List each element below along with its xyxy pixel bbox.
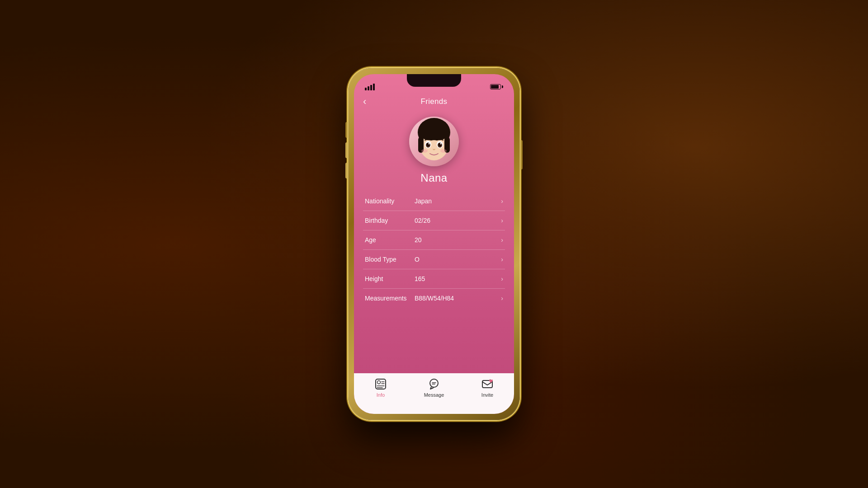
avatar <box>409 117 459 166</box>
blood-type-value: O <box>415 256 501 263</box>
chevron-icon: › <box>501 275 503 282</box>
chevron-icon: › <box>501 256 503 263</box>
phone-screen: ‹ Friends <box>354 74 514 414</box>
measurements-value: B88/W54/H84 <box>415 295 501 302</box>
measurements-label: Measurements <box>365 295 415 302</box>
blood-type-label: Blood Type <box>365 256 415 263</box>
svg-point-14 <box>440 149 447 153</box>
tab-invite[interactable]: Invite <box>472 378 503 398</box>
info-row-measurements[interactable]: Measurements B88/W54/H84 › <box>363 289 505 308</box>
message-tab-icon <box>428 378 440 390</box>
birthday-value: 02/26 <box>415 217 501 224</box>
profile-section: Nana <box>354 112 514 192</box>
info-row-nationality[interactable]: Nationality Japan › <box>363 192 505 211</box>
svg-point-12 <box>440 143 442 145</box>
svg-point-13 <box>421 149 428 153</box>
age-label: Age <box>365 236 415 244</box>
chevron-icon: › <box>501 295 503 302</box>
profile-name: Nana <box>420 172 447 184</box>
invite-tab-icon <box>481 378 494 390</box>
svg-point-21 <box>430 379 438 387</box>
age-value: 20 <box>415 236 501 244</box>
back-button[interactable]: ‹ <box>363 96 366 108</box>
phone-shell: ‹ Friends <box>348 68 520 420</box>
info-row-blood-type[interactable]: Blood Type O › <box>363 250 505 269</box>
info-row-birthday[interactable]: Birthday 02/26 › <box>363 211 505 230</box>
tab-bar: Info Message <box>354 373 514 414</box>
chevron-icon: › <box>501 197 503 205</box>
birthday-label: Birthday <box>365 217 415 224</box>
height-label: Height <box>365 275 415 282</box>
battery-icon <box>490 84 503 89</box>
invite-tab-label: Invite <box>481 392 493 398</box>
message-tab-label: Message <box>424 392 444 398</box>
nationality-label: Nationality <box>365 197 415 205</box>
screen-content: ‹ Friends <box>354 94 514 414</box>
chevron-icon: › <box>501 236 503 244</box>
svg-point-16 <box>377 381 381 384</box>
signal-icon <box>365 84 375 90</box>
info-tab-icon <box>374 378 387 390</box>
tab-info[interactable]: Info <box>365 378 396 398</box>
info-tab-label: Info <box>377 392 385 398</box>
svg-point-11 <box>429 143 430 145</box>
page-title: Friends <box>421 97 448 106</box>
status-bar <box>354 74 514 94</box>
height-value: 165 <box>415 275 501 282</box>
chevron-icon: › <box>501 217 503 224</box>
top-nav: ‹ Friends <box>354 94 514 112</box>
info-list: Nationality Japan › Birthday 02/26 › Age… <box>354 192 514 373</box>
info-row-age[interactable]: Age 20 › <box>363 230 505 250</box>
nationality-value: Japan <box>415 197 501 205</box>
info-row-height[interactable]: Height 165 › <box>363 269 505 289</box>
notch <box>407 74 461 87</box>
tab-message[interactable]: Message <box>418 378 450 398</box>
